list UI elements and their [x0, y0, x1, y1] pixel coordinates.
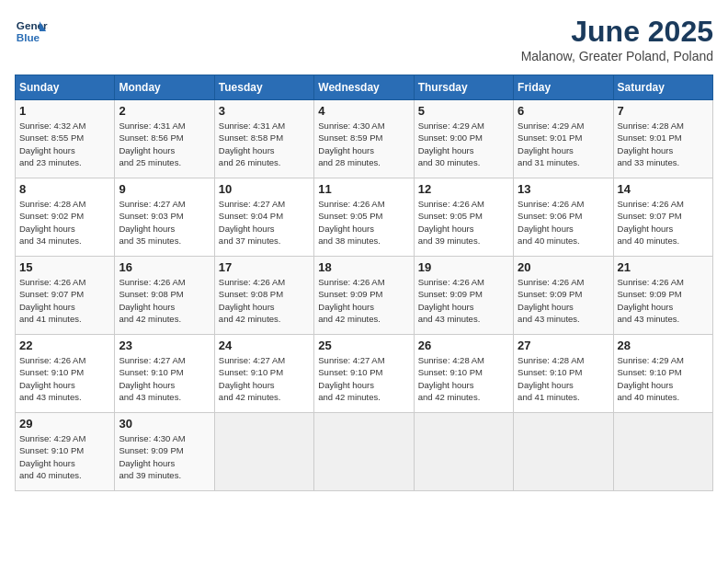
- svg-text:Blue: Blue: [17, 31, 40, 43]
- day-info: Sunrise: 4:26 AM Sunset: 9:09 PM Dayligh…: [618, 276, 709, 325]
- table-cell: 10 Sunrise: 4:27 AM Sunset: 9:04 PM Dayl…: [214, 178, 313, 257]
- day-info: Sunrise: 4:31 AM Sunset: 8:58 PM Dayligh…: [219, 120, 310, 168]
- table-cell: 26 Sunrise: 4:28 AM Sunset: 9:10 PM Dayl…: [414, 335, 513, 413]
- day-info: Sunrise: 4:28 AM Sunset: 9:10 PM Dayligh…: [418, 354, 509, 403]
- table-cell: 19 Sunrise: 4:26 AM Sunset: 9:09 PM Dayl…: [414, 257, 513, 335]
- day-number: 26: [418, 339, 509, 352]
- table-cell: 18 Sunrise: 4:26 AM Sunset: 9:09 PM Dayl…: [314, 257, 414, 335]
- day-info: Sunrise: 4:29 AM Sunset: 9:01 PM Dayligh…: [518, 120, 609, 168]
- day-number: 2: [119, 104, 210, 118]
- month-title: June 2025: [521, 15, 713, 49]
- table-cell: [613, 413, 712, 491]
- day-number: 19: [418, 260, 509, 274]
- table-cell: 29 Sunrise: 4:29 AM Sunset: 9:10 PM Dayl…: [16, 413, 115, 491]
- table-cell: 9 Sunrise: 4:27 AM Sunset: 9:03 PM Dayli…: [115, 178, 214, 257]
- day-number: 16: [119, 260, 210, 274]
- day-info: Sunrise: 4:26 AM Sunset: 9:10 PM Dayligh…: [19, 354, 110, 403]
- col-saturday: Saturday: [613, 75, 712, 100]
- day-number: 12: [418, 182, 509, 196]
- table-cell: 8 Sunrise: 4:28 AM Sunset: 9:02 PM Dayli…: [16, 178, 115, 257]
- day-info: Sunrise: 4:26 AM Sunset: 9:08 PM Dayligh…: [119, 276, 210, 325]
- table-cell: 27 Sunrise: 4:28 AM Sunset: 9:10 PM Dayl…: [514, 335, 613, 413]
- day-info: Sunrise: 4:29 AM Sunset: 9:10 PM Dayligh…: [19, 432, 110, 481]
- col-monday: Monday: [115, 75, 214, 100]
- day-number: 27: [518, 339, 609, 352]
- week-row-5: 29 Sunrise: 4:29 AM Sunset: 9:10 PM Dayl…: [16, 413, 713, 491]
- day-info: Sunrise: 4:27 AM Sunset: 9:10 PM Dayligh…: [318, 354, 409, 403]
- col-thursday: Thursday: [414, 75, 513, 100]
- table-cell: 12 Sunrise: 4:26 AM Sunset: 9:05 PM Dayl…: [414, 178, 513, 257]
- day-info: Sunrise: 4:26 AM Sunset: 9:09 PM Dayligh…: [318, 276, 409, 325]
- day-number: 4: [318, 104, 409, 118]
- day-number: 29: [19, 417, 110, 431]
- table-cell: 16 Sunrise: 4:26 AM Sunset: 9:08 PM Dayl…: [115, 257, 214, 335]
- table-cell: 1 Sunrise: 4:32 AM Sunset: 8:55 PM Dayli…: [16, 100, 115, 178]
- day-info: Sunrise: 4:29 AM Sunset: 9:00 PM Dayligh…: [418, 120, 509, 168]
- week-row-3: 15 Sunrise: 4:26 AM Sunset: 9:07 PM Dayl…: [16, 257, 713, 335]
- day-number: 8: [19, 182, 110, 196]
- table-cell: 7 Sunrise: 4:28 AM Sunset: 9:01 PM Dayli…: [613, 100, 712, 178]
- day-info: Sunrise: 4:26 AM Sunset: 9:07 PM Dayligh…: [618, 198, 709, 247]
- table-cell: 13 Sunrise: 4:26 AM Sunset: 9:06 PM Dayl…: [514, 178, 613, 257]
- table-cell: 30 Sunrise: 4:30 AM Sunset: 9:09 PM Dayl…: [115, 413, 214, 491]
- day-number: 20: [518, 260, 609, 274]
- week-row-1: 1 Sunrise: 4:32 AM Sunset: 8:55 PM Dayli…: [16, 100, 713, 178]
- calendar-table: Sunday Monday Tuesday Wednesday Thursday…: [15, 75, 713, 491]
- week-row-4: 22 Sunrise: 4:26 AM Sunset: 9:10 PM Dayl…: [16, 335, 713, 413]
- logo: General Blue: [15, 15, 48, 48]
- col-sunday: Sunday: [16, 75, 115, 100]
- day-info: Sunrise: 4:28 AM Sunset: 9:02 PM Dayligh…: [19, 198, 110, 247]
- day-number: 6: [518, 104, 609, 118]
- day-number: 14: [618, 182, 709, 196]
- day-number: 21: [618, 260, 709, 274]
- table-cell: [514, 413, 613, 491]
- day-info: Sunrise: 4:26 AM Sunset: 9:05 PM Dayligh…: [418, 198, 509, 247]
- table-cell: [214, 413, 313, 491]
- table-cell: 25 Sunrise: 4:27 AM Sunset: 9:10 PM Dayl…: [314, 335, 414, 413]
- day-info: Sunrise: 4:28 AM Sunset: 9:01 PM Dayligh…: [618, 120, 709, 168]
- day-info: Sunrise: 4:26 AM Sunset: 9:07 PM Dayligh…: [19, 276, 110, 325]
- day-info: Sunrise: 4:26 AM Sunset: 9:08 PM Dayligh…: [219, 276, 310, 325]
- day-info: Sunrise: 4:30 AM Sunset: 8:59 PM Dayligh…: [318, 120, 409, 168]
- logo-icon: General Blue: [15, 15, 48, 48]
- day-info: Sunrise: 4:26 AM Sunset: 9:06 PM Dayligh…: [518, 198, 609, 247]
- table-cell: 14 Sunrise: 4:26 AM Sunset: 9:07 PM Dayl…: [613, 178, 712, 257]
- day-number: 28: [618, 339, 709, 352]
- page-header: General Blue June 2025 Malanow, Greater …: [15, 15, 713, 63]
- day-number: 9: [119, 182, 210, 196]
- table-cell: 15 Sunrise: 4:26 AM Sunset: 9:07 PM Dayl…: [16, 257, 115, 335]
- day-number: 7: [618, 104, 709, 118]
- table-cell: [314, 413, 414, 491]
- day-number: 22: [19, 339, 110, 352]
- table-cell: 4 Sunrise: 4:30 AM Sunset: 8:59 PM Dayli…: [314, 100, 414, 178]
- day-info: Sunrise: 4:27 AM Sunset: 9:04 PM Dayligh…: [219, 198, 310, 247]
- table-cell: 22 Sunrise: 4:26 AM Sunset: 9:10 PM Dayl…: [16, 335, 115, 413]
- table-cell: 23 Sunrise: 4:27 AM Sunset: 9:10 PM Dayl…: [115, 335, 214, 413]
- table-cell: 11 Sunrise: 4:26 AM Sunset: 9:05 PM Dayl…: [314, 178, 414, 257]
- table-cell: 24 Sunrise: 4:27 AM Sunset: 9:10 PM Dayl…: [214, 335, 313, 413]
- table-cell: 2 Sunrise: 4:31 AM Sunset: 8:56 PM Dayli…: [115, 100, 214, 178]
- day-info: Sunrise: 4:30 AM Sunset: 9:09 PM Dayligh…: [119, 432, 210, 481]
- week-row-2: 8 Sunrise: 4:28 AM Sunset: 9:02 PM Dayli…: [16, 178, 713, 257]
- day-number: 30: [119, 417, 210, 431]
- day-info: Sunrise: 4:27 AM Sunset: 9:10 PM Dayligh…: [219, 354, 310, 403]
- table-cell: 28 Sunrise: 4:29 AM Sunset: 9:10 PM Dayl…: [613, 335, 712, 413]
- title-area: June 2025 Malanow, Greater Poland, Polan…: [521, 15, 713, 63]
- day-info: Sunrise: 4:29 AM Sunset: 9:10 PM Dayligh…: [618, 354, 709, 403]
- col-tuesday: Tuesday: [214, 75, 313, 100]
- table-cell: 5 Sunrise: 4:29 AM Sunset: 9:00 PM Dayli…: [414, 100, 513, 178]
- day-info: Sunrise: 4:31 AM Sunset: 8:56 PM Dayligh…: [119, 120, 210, 168]
- day-info: Sunrise: 4:26 AM Sunset: 9:05 PM Dayligh…: [318, 198, 409, 247]
- day-number: 25: [318, 339, 409, 352]
- day-number: 13: [518, 182, 609, 196]
- table-cell: 17 Sunrise: 4:26 AM Sunset: 9:08 PM Dayl…: [214, 257, 313, 335]
- table-cell: 21 Sunrise: 4:26 AM Sunset: 9:09 PM Dayl…: [613, 257, 712, 335]
- day-number: 10: [219, 182, 310, 196]
- day-info: Sunrise: 4:27 AM Sunset: 9:03 PM Dayligh…: [119, 198, 210, 247]
- table-cell: 6 Sunrise: 4:29 AM Sunset: 9:01 PM Dayli…: [514, 100, 613, 178]
- day-info: Sunrise: 4:27 AM Sunset: 9:10 PM Dayligh…: [119, 354, 210, 403]
- day-number: 5: [418, 104, 509, 118]
- day-number: 17: [219, 260, 310, 274]
- table-cell: 3 Sunrise: 4:31 AM Sunset: 8:58 PM Dayli…: [214, 100, 313, 178]
- day-number: 24: [219, 339, 310, 352]
